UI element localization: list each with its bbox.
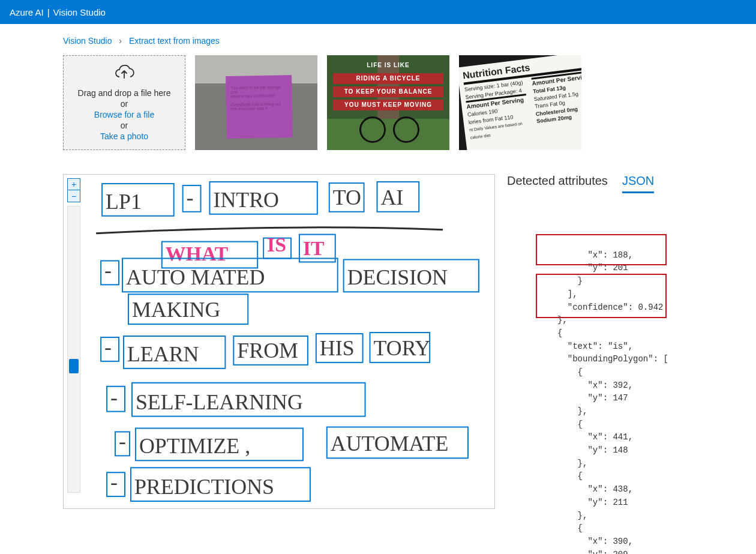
- ocr-word-text: TO: [333, 185, 361, 209]
- ocr-word-text: -: [187, 185, 194, 209]
- zoom-out-button[interactable]: −: [67, 190, 80, 202]
- preview-scrollbar[interactable]: [67, 206, 80, 493]
- brand-text: Azure AI: [10, 7, 44, 17]
- sticky-note-graphic: You need to be the change youwant to see…: [226, 75, 293, 139]
- image-preview-pane: + − LP1-INTROTOAIWHATISIT-AUTO MATEDDECI…: [63, 174, 495, 509]
- upload-dropzone[interactable]: Drag and drop a file here or Browse for …: [63, 55, 185, 150]
- breadcrumb-root-link[interactable]: Vision Studio: [63, 36, 112, 46]
- results-panel: Detected attributes JSON "x": 188, "y": …: [507, 174, 675, 554]
- upload-or-1: or: [121, 99, 128, 109]
- breadcrumb: Vision Studio › Extract text from images: [63, 24, 693, 55]
- sample-thumb-sticky-note[interactable]: You need to be the change youwant to see…: [195, 55, 317, 150]
- underline-stroke: [96, 227, 443, 233]
- ocr-word-text: HIS: [320, 336, 355, 360]
- wheel-icon: [359, 116, 386, 143]
- ocr-word-text: -: [104, 335, 112, 359]
- zoom-in-button[interactable]: +: [67, 178, 80, 190]
- ocr-word-text: DECISION: [347, 265, 448, 289]
- ocr-word-text: -: [104, 258, 112, 282]
- ocr-word-text: LEARN: [127, 342, 199, 366]
- ocr-word-text: AUTO MATED: [126, 265, 265, 289]
- tape-text: LIFE IS LIKE: [333, 60, 443, 71]
- sample-thumb-nutrition[interactable]: Nutrition Facts Serving size: 1 bar (40g…: [459, 55, 581, 150]
- ocr-word-text: AI: [380, 185, 403, 209]
- tab-detected-attributes[interactable]: Detected attributes: [507, 174, 608, 193]
- wheel-icon: [393, 116, 419, 143]
- upload-or-2: or: [121, 121, 128, 130]
- ocr-word-text: -: [110, 385, 118, 409]
- cloud-upload-icon: [112, 65, 136, 83]
- app-header: Azure AI | Vision Studio: [0, 0, 756, 24]
- ocr-word-text: INTRO: [213, 188, 279, 212]
- json-output[interactable]: "x": 188, "y": 201 } ], "confidence": 0.…: [507, 197, 675, 554]
- ocr-word-text: PREDICTIONS: [134, 475, 274, 499]
- sample-row: Drag and drop a file here or Browse for …: [63, 55, 693, 150]
- tab-json[interactable]: JSON: [622, 174, 654, 193]
- chevron-right-icon: ›: [119, 36, 122, 46]
- ocr-word-text: MAKING: [132, 298, 220, 322]
- ocr-word-text: -: [110, 470, 118, 494]
- sample-thumb-bicycle[interactable]: LIFE IS LIKE RIDING A BICYCLE TO KEEP YO…: [327, 55, 449, 150]
- ocr-word-text: FROM: [237, 339, 298, 363]
- take-photo-link[interactable]: Take a photo: [100, 131, 148, 141]
- tape-text: RIDING A BICYCLE: [333, 73, 443, 84]
- ocr-canvas: LP1-INTROTOAIWHATISIT-AUTO MATEDDECISION…: [84, 175, 494, 508]
- ocr-word-text: IT: [303, 237, 325, 259]
- header-separator: |: [47, 7, 50, 17]
- ocr-word-text: SELF-LEARNING: [136, 390, 303, 414]
- grass-graphic: [327, 119, 449, 150]
- upload-drag-text: Drag and drop a file here: [78, 88, 171, 98]
- product-text: Vision Studio: [53, 7, 106, 17]
- breadcrumb-current-link[interactable]: Extract text from images: [129, 36, 220, 46]
- ocr-word-text: LP1: [106, 190, 142, 214]
- ocr-word-text: TORY: [373, 336, 430, 360]
- browse-file-link[interactable]: Browse for a file: [94, 110, 154, 119]
- tape-text: YOU MUST KEEP MOVING: [333, 100, 443, 110]
- ocr-word-text: IS: [267, 233, 286, 256]
- ocr-word-text: WHAT: [166, 242, 229, 265]
- tape-text: TO KEEP YOUR BALANCE: [333, 86, 443, 97]
- ocr-word-text: -: [119, 429, 126, 453]
- scrollbar-thumb[interactable]: [69, 359, 79, 373]
- nutrition-label-graphic: Nutrition Facts Serving size: 1 bar (40g…: [459, 55, 581, 150]
- ocr-word-text: AUTOMATE: [331, 432, 449, 456]
- ocr-word-text: OPTIMIZE ,: [139, 434, 250, 458]
